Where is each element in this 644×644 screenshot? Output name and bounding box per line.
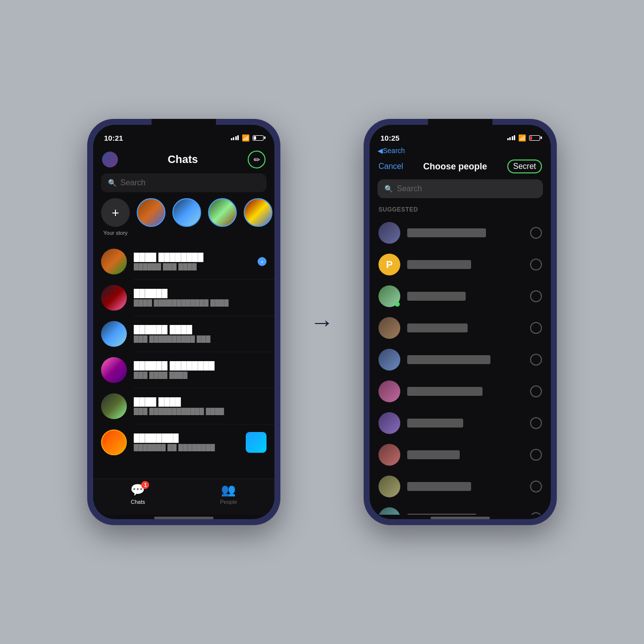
chat-name-1: ████ ████████ — [134, 253, 251, 262]
back-label[interactable]: Search — [383, 147, 405, 155]
home-indicator-left — [154, 517, 214, 519]
chat-item-6[interactable]: ████████ ███████ ██ ████████ — [93, 425, 274, 460]
chat-name-6: ████████ — [134, 433, 239, 442]
your-story-label: Your story — [103, 230, 127, 236]
select-circle-8[interactable] — [530, 449, 542, 461]
notch-right — [428, 119, 492, 133]
compose-button[interactable]: ✏ — [248, 151, 266, 168]
chat-name-4: ██████ ████████ — [134, 361, 267, 370]
person-name-block-9: ████████ ███ — [407, 482, 523, 491]
story-2[interactable] — [172, 198, 201, 236]
back-nav: ◀ Search — [370, 147, 551, 157]
suggested-label: SUGGESTED — [370, 203, 551, 217]
story-1[interactable] — [137, 198, 165, 236]
chat-preview-4: ███ ████ ████ — [134, 372, 267, 379]
chat-name-3: ██████ ████ — [134, 325, 267, 334]
chat-avatar-3 — [101, 321, 127, 347]
chats-tab-label: Chats — [131, 499, 145, 505]
your-story[interactable]: + Your story — [101, 198, 130, 236]
select-circle-5[interactable] — [530, 354, 542, 366]
person-avatar-wrap-4 — [378, 317, 400, 339]
person-name-block-1: ██████████████ — [407, 228, 523, 237]
chats-content: Chats ✏ 🔍 Search + Your story — [93, 147, 274, 519]
chat-name-5: ████ ████ — [134, 397, 267, 406]
select-circle-2[interactable] — [530, 259, 542, 270]
chat-meta-6 — [246, 432, 267, 453]
chat-item-2[interactable]: ██████ ████ ████████████ ████ — [93, 280, 274, 316]
person-name-3: ████ ██████ — [407, 292, 466, 301]
story-avatar-3 — [208, 198, 237, 227]
person-avatar-7 — [378, 412, 400, 434]
person-item-3[interactable]: ████ ██████ — [370, 280, 551, 312]
tab-people[interactable]: 👥 People — [220, 483, 237, 505]
person-avatar-2: P — [378, 254, 400, 275]
story-avatar-2 — [172, 198, 201, 227]
chat-avatar-1 — [101, 249, 127, 274]
chats-search-placeholder: Search — [120, 178, 146, 187]
person-name-10: ███████ █████ — [407, 514, 477, 515]
search-icon-right: 🔍 — [384, 185, 393, 193]
person-name-block-6: ███ ██████████ — [407, 387, 523, 396]
person-avatar-4 — [378, 317, 400, 339]
select-circle-3[interactable] — [530, 290, 542, 302]
people-tab-label: People — [220, 499, 237, 505]
choose-people-title: Choose people — [423, 161, 487, 172]
chat-info-6: ████████ ███████ ██ ████████ — [134, 433, 239, 451]
person-item-7[interactable]: ██████████ — [370, 407, 551, 439]
cancel-button[interactable]: Cancel — [378, 162, 403, 171]
person-avatar-wrap-5 — [378, 349, 400, 371]
tab-bar-left: 💬 1 Chats 👥 People — [93, 479, 274, 515]
signal-icon-right — [507, 135, 516, 140]
person-item-9[interactable]: ████████ ███ — [370, 471, 551, 502]
person-item-5[interactable]: ████████ ██ ████ — [370, 344, 551, 376]
select-circle-9[interactable] — [530, 481, 542, 492]
chat-item-1[interactable]: ████ ████████ ██████ ███ ████ ▪ — [93, 244, 274, 279]
story-4[interactable] — [244, 198, 272, 236]
add-story-button[interactable]: + — [101, 198, 130, 227]
time-right: 10:25 — [380, 134, 399, 142]
person-avatar-wrap-6 — [378, 380, 400, 402]
wifi-icon-right: 📶 — [518, 134, 526, 142]
person-item-1[interactable]: ██████████████ — [370, 217, 551, 249]
chat-info-1: ████ ████████ ██████ ███ ████ — [134, 253, 251, 270]
person-item-10[interactable]: ███████ █████ — [370, 502, 551, 515]
choose-nav: Cancel Choose people Secret — [370, 157, 551, 179]
select-circle-4[interactable] — [530, 322, 542, 334]
person-avatar-1 — [378, 222, 400, 244]
person-avatar-8 — [378, 444, 400, 466]
select-circle-10[interactable] — [530, 512, 542, 515]
online-indicator-3 — [395, 302, 400, 307]
story-3[interactable] — [208, 198, 237, 236]
chat-list: ████ ████████ ██████ ███ ████ ▪ ██████ █… — [93, 244, 274, 479]
chat-info-4: ██████ ████████ ███ ████ ████ — [134, 361, 267, 379]
person-name-4: ████ ██ ████ — [407, 323, 468, 332]
home-indicator-right — [430, 517, 490, 519]
chats-header: Chats ✏ — [93, 147, 274, 173]
chat-item-4[interactable]: ██████ ████████ ███ ████ ████ — [93, 352, 274, 388]
right-phone: 10:25 📶 ◀ Search Cancel — [364, 119, 557, 525]
stories-row: + Your story — [93, 198, 274, 244]
person-avatar-wrap-2: P — [378, 254, 400, 275]
person-name-block-4: ████ ██ ████ — [407, 323, 523, 332]
choose-search-bar[interactable]: 🔍 Search — [377, 179, 543, 198]
secret-button[interactable]: Secret — [507, 160, 542, 173]
tab-chats[interactable]: 💬 1 Chats — [130, 483, 145, 505]
chat-info-2: ██████ ████ ████████████ ████ — [134, 289, 267, 307]
left-screen: 10:21 📶 Chats ✏ — [93, 125, 274, 519]
chats-search-bar[interactable]: 🔍 Search — [101, 173, 267, 192]
chat-item-5[interactable]: ████ ████ ███ ████████████ ████ — [93, 388, 274, 424]
person-name-block-3: ████ ██████ — [407, 292, 523, 301]
person-item-6[interactable]: ███ ██████████ — [370, 376, 551, 407]
chat-item-3[interactable]: ██████ ████ ███ ██████████ ███ — [93, 316, 274, 352]
select-circle-6[interactable] — [530, 385, 542, 397]
select-circle-1[interactable] — [530, 227, 542, 239]
select-circle-7[interactable] — [530, 417, 542, 429]
person-item-4[interactable]: ████ ██ ████ — [370, 312, 551, 344]
person-item-2[interactable]: P ████ ███████ — [370, 249, 551, 280]
user-avatar[interactable] — [102, 152, 118, 167]
chat-preview-6: ███████ ██ ████████ — [134, 444, 239, 451]
person-name-block-10: ███████ █████ — [407, 514, 523, 515]
chats-icon-wrap: 💬 1 — [130, 483, 145, 497]
compose-icon: ✏ — [254, 155, 260, 164]
person-item-8[interactable]: ████ █████ — [370, 439, 551, 471]
